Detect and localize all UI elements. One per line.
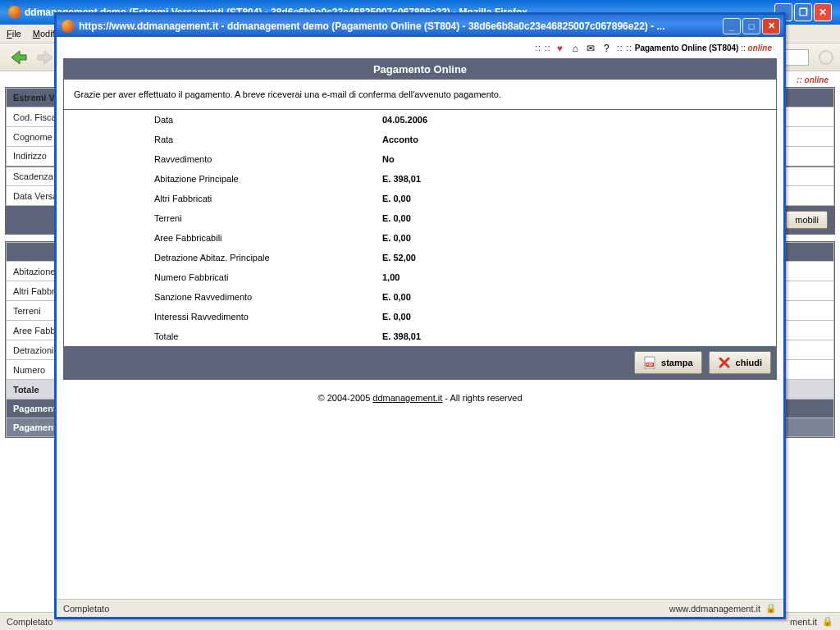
payment-value: E. 0,00: [376, 287, 776, 307]
payment-value: E. 52,00: [376, 248, 776, 267]
payment-key: Terreni: [64, 208, 376, 228]
payment-key: Ravvedimento: [64, 149, 376, 169]
chiudi-button[interactable]: chiudi: [709, 351, 771, 374]
popup-footer: © 2004-2005 ddmanagement.it - All rights…: [63, 385, 777, 411]
payment-value: Acconto: [376, 130, 776, 149]
payment-row: TotaleE. 398,01: [64, 326, 776, 346]
mail-icon[interactable]: ✉: [584, 42, 597, 55]
payment-key: Aree Fabbricabili: [64, 228, 376, 248]
payment-key: Interessi Ravvedimento: [64, 307, 376, 326]
payment-value: E. 398,01: [376, 169, 776, 189]
close-icon: [718, 356, 731, 369]
payment-value: 1,00: [376, 267, 776, 287]
payment-row: RavvedimentoNo: [64, 149, 776, 169]
parent-restore-button[interactable]: ❐: [794, 3, 812, 21]
payment-row: Detrazione Abitaz. PrincipaleE. 52,00: [64, 248, 776, 267]
payment-key: Data: [64, 110, 376, 130]
payment-table: Data04.05.2006RataAccontoRavvedimentoNoA…: [64, 110, 776, 346]
parent-online-label: :: online: [797, 75, 829, 84]
popup-status-domain: www.ddmanagement.it: [669, 604, 760, 614]
payment-value: E. 0,00: [376, 307, 776, 326]
popup-titlebar[interactable]: https://www.ddmanagement.it - ddmanageme…: [57, 15, 783, 37]
payment-panel: Pagamento Online Grazie per aver effettu…: [63, 58, 777, 380]
svg-text:PDF: PDF: [646, 363, 654, 367]
footer-pre: © 2004-2005: [317, 393, 372, 403]
panel-buttons: PDF stampa chiudi: [64, 346, 776, 379]
payment-key: Totale: [64, 326, 376, 346]
payment-row: Abitazione PrincipaleE. 398,01: [64, 169, 776, 189]
payment-row: Interessi RavvedimentoE. 0,00: [64, 307, 776, 326]
popup-iconbar: :: :: ♥ ⌂ ✉ ? :: :: Pagamento Online (ST…: [63, 37, 777, 57]
parent-status-text: Completato: [7, 617, 52, 627]
nav-back-button[interactable]: [7, 47, 30, 68]
popup-status-left: Completato: [63, 604, 109, 614]
payment-value: E. 0,00: [376, 189, 776, 208]
menu-file[interactable]: File: [7, 29, 21, 39]
panel-title: Pagamento Online: [64, 59, 776, 80]
panel-message: Grazie per aver effettuato il pagamento.…: [64, 80, 776, 110]
payment-row: Data04.05.2006: [64, 110, 776, 130]
payment-value: No: [376, 149, 776, 169]
help-icon[interactable]: ?: [600, 42, 613, 55]
firefox-icon: [8, 6, 21, 19]
chiudi-label: chiudi: [736, 358, 762, 368]
payment-row: TerreniE. 0,00: [64, 208, 776, 228]
footer-suf: - All rights reserved: [442, 393, 522, 403]
popup-statusbar: Completato www.ddmanagement.it 🔒: [57, 599, 783, 617]
payment-key: Abitazione Principale: [64, 169, 376, 189]
payment-row: RataAcconto: [64, 130, 776, 149]
popup-title: https://www.ddmanagement.it - ddmanageme…: [79, 21, 721, 32]
payment-key: Sanzione Ravvedimento: [64, 287, 376, 307]
payment-key: Altri Fabbricati: [64, 189, 376, 208]
popup-breadcrumb-label: Pagamento Online (ST804): [635, 43, 739, 52]
payment-row: Sanzione RavvedimentoE. 0,00: [64, 287, 776, 307]
payment-row: Altri FabbricatiE. 0,00: [64, 189, 776, 208]
footer-link[interactable]: ddmanagement.it: [372, 393, 442, 403]
firefox-icon: [62, 20, 75, 33]
stampa-button[interactable]: PDF stampa: [634, 351, 702, 374]
heart-icon[interactable]: ♥: [553, 42, 566, 55]
popup-online-label: online: [748, 43, 772, 52]
popup-minimize-button[interactable]: _: [723, 18, 741, 34]
mobili-button[interactable]: mobili: [786, 211, 828, 229]
payment-value: E. 398,01: [376, 326, 776, 346]
parent-close-button[interactable]: ✕: [814, 3, 832, 21]
payment-key: Detrazione Abitaz. Principale: [64, 248, 376, 267]
payment-value: E. 0,00: [376, 208, 776, 228]
throbber-icon: [819, 50, 833, 65]
lock-icon: 🔒: [822, 616, 833, 627]
popup-window: https://www.ddmanagement.it - ddmanageme…: [54, 12, 786, 619]
payment-key: Numero Fabbricati: [64, 267, 376, 287]
payment-value: E. 0,00: [376, 228, 776, 248]
popup-body: :: :: ♥ ⌂ ✉ ? :: :: Pagamento Online (ST…: [57, 37, 783, 599]
payment-key: Rata: [64, 130, 376, 149]
parent-status-domain: ment.it: [790, 617, 817, 627]
popup-maximize-button[interactable]: □: [742, 18, 760, 34]
breadcrumb-dots: :: ::: [536, 43, 551, 52]
pdf-icon: PDF: [643, 356, 656, 369]
payment-row: Numero Fabbricati1,00: [64, 267, 776, 287]
payment-row: Aree FabbricabiliE. 0,00: [64, 228, 776, 248]
lock-icon: 🔒: [765, 603, 777, 614]
home-icon[interactable]: ⌂: [568, 42, 582, 55]
popup-close-button[interactable]: ✕: [762, 18, 780, 34]
payment-value: 04.05.2006: [376, 110, 776, 130]
stampa-label: stampa: [661, 358, 693, 368]
